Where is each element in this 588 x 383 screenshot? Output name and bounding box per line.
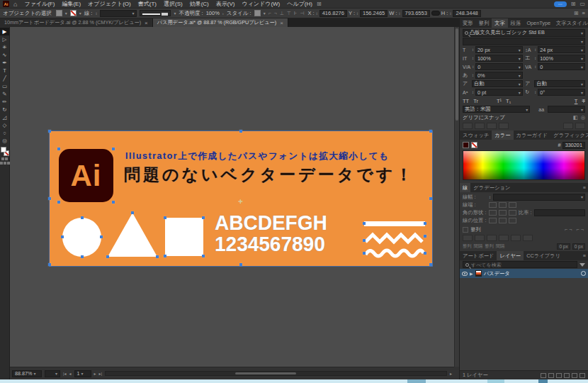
tab-opentype[interactable]: OpenType xyxy=(524,18,553,28)
rotation-stepper[interactable]: ↕ xyxy=(534,90,536,94)
anchor-point[interactable] xyxy=(239,130,242,133)
opacity-value[interactable]: 100% xyxy=(206,10,220,16)
paintbrush-tool[interactable]: ✎ xyxy=(0,90,9,98)
stroke-width-stepper[interactable]: ↕ xyxy=(489,195,491,199)
underline-button[interactable]: T xyxy=(575,98,578,104)
h-stepper[interactable]: ↕ xyxy=(449,11,451,16)
next-artboard-icon[interactable]: ▸ xyxy=(94,371,96,376)
panel-menu-icon[interactable]: ≡ xyxy=(581,183,588,192)
menu-view[interactable]: 表示(V) xyxy=(213,0,238,8)
menu-select[interactable]: 選択(S) xyxy=(161,0,186,8)
color-mode-buttons[interactable] xyxy=(1,157,8,160)
small-caps-button[interactable]: Tr xyxy=(473,98,478,104)
draw-mode-buttons[interactable] xyxy=(0,162,10,165)
anchor-point[interactable] xyxy=(202,216,205,219)
collect-for-export-icon[interactable] xyxy=(541,373,546,378)
anchor-point[interactable] xyxy=(363,239,366,242)
tab-cc-libraries[interactable]: CCライブラリ xyxy=(524,251,563,260)
tab-graphic-styles[interactable]: グラフィックスタイル xyxy=(550,131,588,140)
selection-tool[interactable]: ▶ xyxy=(0,28,9,35)
anchor-point[interactable] xyxy=(239,263,242,266)
round-cap-button[interactable] xyxy=(499,202,507,208)
color-spectrum[interactable] xyxy=(463,150,585,180)
menu-effect[interactable]: 効果(C) xyxy=(187,0,212,8)
character-rotation-input[interactable]: 0°▾ xyxy=(538,89,585,96)
align-center-v-button[interactable] xyxy=(511,235,521,241)
menu-help[interactable]: ヘルプ(H) xyxy=(284,0,315,8)
snap-lock-icon[interactable]: ◧ xyxy=(573,114,578,121)
horizontal-scale-input[interactable]: 100%▾ xyxy=(538,55,585,62)
strikethrough-button[interactable]: Ŧ xyxy=(582,98,585,104)
close-icon[interactable]: × xyxy=(280,20,283,26)
vertical-scale-stepper[interactable]: ↕ xyxy=(472,56,474,60)
rotate-tool[interactable]: ↻ xyxy=(0,106,9,113)
numbers-text[interactable]: 1234567890 xyxy=(215,233,325,256)
home-icon[interactable]: ⌂ xyxy=(13,1,17,8)
wavy-line-shape[interactable] xyxy=(364,246,425,259)
anchor-point[interactable] xyxy=(57,201,60,204)
anchor-point[interactable] xyxy=(164,216,166,219)
tab-align[interactable]: 整列 xyxy=(476,18,492,28)
align-stroke-inside-button[interactable] xyxy=(499,218,507,223)
hand-tool[interactable]: ○ xyxy=(0,129,9,137)
aki-right-dropdown[interactable]: 自動▾ xyxy=(534,80,585,87)
distribute-spacing-value[interactable]: 0 px xyxy=(557,243,570,250)
white-square-shape[interactable] xyxy=(165,218,203,256)
align-center-h-button[interactable] xyxy=(475,235,485,241)
anchor-point[interactable] xyxy=(131,211,134,214)
tab-character-styles[interactable]: 文字スタイル xyxy=(553,18,588,28)
headline-line1[interactable]: Illustrator上で作成したパスやフォントは拡大縮小しても xyxy=(125,150,430,162)
chevron-down-icon[interactable]: ▾ xyxy=(65,11,67,16)
bevel-join-button[interactable] xyxy=(509,210,516,216)
make-mask-icon[interactable] xyxy=(548,373,554,378)
white-circle-shape[interactable] xyxy=(62,218,101,257)
snap-proximity-button[interactable] xyxy=(499,123,509,129)
tab-artboards[interactable]: アートボード xyxy=(460,251,497,260)
artboard-orange-banner[interactable]: Ai Illustrator上で作成したパスやフォントは拡大縮小しても 問題のな… xyxy=(50,131,432,266)
layer-target-icon[interactable] xyxy=(581,271,586,276)
snap-baseline-button[interactable] xyxy=(563,123,573,129)
font-family-dropdown[interactable]: 凸版文久見出しゴシック Std EB ▾ xyxy=(463,29,585,37)
baseline-shift-input[interactable]: 0 pt▾ xyxy=(475,89,523,96)
direct-selection-tool[interactable]: ▷ xyxy=(0,35,9,43)
tab-layers[interactable]: レイヤー xyxy=(497,251,524,260)
align-stroke-center-button[interactable] xyxy=(489,218,497,223)
app-icon[interactable]: Ai xyxy=(3,1,9,7)
visibility-eye-icon[interactable] xyxy=(462,272,468,276)
scale-tool[interactable]: ◿ xyxy=(0,113,9,121)
horizontal-scrollbar[interactable] xyxy=(105,371,447,376)
vertical-scrollbar[interactable] xyxy=(454,27,459,367)
layer-name[interactable]: パスデータ xyxy=(484,270,510,277)
straight-line-shape[interactable] xyxy=(364,221,425,226)
kerning-stepper[interactable]: ↕ xyxy=(472,65,474,69)
tab-paragraph[interactable]: 段落 xyxy=(508,18,524,28)
type-tool[interactable]: T xyxy=(0,67,9,74)
chevron-down-icon[interactable]: ▾ xyxy=(264,11,266,16)
menu-window[interactable]: ウィンドウ(W) xyxy=(239,0,283,8)
all-caps-button[interactable]: TT xyxy=(463,98,469,104)
round-join-button[interactable] xyxy=(499,210,507,216)
letters-text[interactable]: ABCDEFGH xyxy=(215,212,327,235)
horizontal-scale-stepper[interactable]: ↕ xyxy=(534,56,536,60)
baseline-stepper[interactable]: ↕ xyxy=(472,90,474,94)
h-input[interactable]: 248.3448 xyxy=(453,10,480,17)
align-stroke-outside-button[interactable] xyxy=(509,218,516,223)
vertical-scale-input[interactable]: 100%▾ xyxy=(475,55,523,62)
fill-stroke-indicator[interactable] xyxy=(1,147,9,156)
stroke-stepper[interactable]: ↕ xyxy=(95,11,97,16)
vertical-scrollbar-thumb[interactable] xyxy=(456,28,458,121)
x-stepper[interactable]: ↕ xyxy=(316,11,318,16)
aki-left-dropdown[interactable]: 自動▾ xyxy=(472,80,523,87)
anchor-point[interactable] xyxy=(424,252,426,255)
tab-swatches[interactable]: スウォッチ xyxy=(460,131,492,140)
tsume-stepper[interactable]: ↕ xyxy=(472,73,474,77)
align-extra-icons[interactable]: ⌐¬ ⌐¬ xyxy=(565,226,585,233)
snap-center-button[interactable] xyxy=(575,123,585,129)
font-size-stepper[interactable]: ↕ xyxy=(472,48,474,52)
expand-layer-icon[interactable]: ▶ xyxy=(470,271,473,276)
miter-join-button[interactable] xyxy=(489,210,497,216)
arrange-windows-icon[interactable]: ▭ xyxy=(579,1,585,7)
variable-width-profile-dropdown[interactable] xyxy=(140,10,171,16)
menu-type[interactable]: 書式(T) xyxy=(135,0,159,8)
anchor-point[interactable] xyxy=(106,255,109,258)
